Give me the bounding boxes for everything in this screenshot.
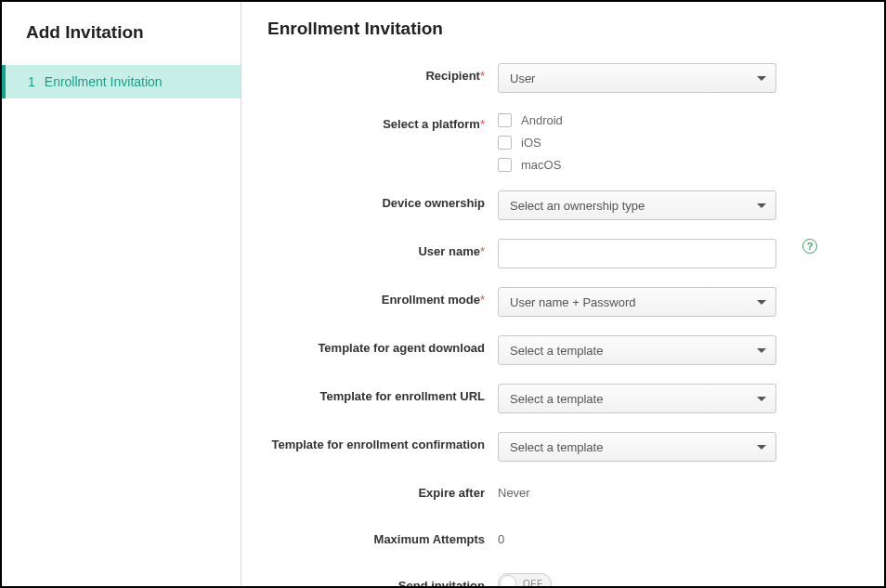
step-enrollment-invitation[interactable]: 1 Enrollment Invitation xyxy=(2,65,241,98)
window-frame: Add Invitation 1 Enrollment Invitation E… xyxy=(0,0,886,588)
row-expire: Expire after Never xyxy=(267,480,858,508)
checkbox-label: Android xyxy=(521,113,563,127)
toggle-state: OFF xyxy=(523,579,543,587)
row-send-invitation: Send invitation OFF xyxy=(267,573,858,586)
chevron-down-icon xyxy=(757,300,766,305)
tmpl-url-value: Select a template xyxy=(510,392,603,406)
ownership-dropdown[interactable]: Select an ownership type xyxy=(498,190,776,220)
help-icon[interactable]: ? xyxy=(802,239,817,254)
platform-checkbox-group: Android iOS macOS xyxy=(498,111,563,172)
toggle-knob-icon xyxy=(500,575,516,586)
tmpl-agent-value: Select a template xyxy=(510,344,603,358)
tmpl-agent-dropdown[interactable]: Select a template xyxy=(498,335,776,365)
sidebar-title: Add Invitation xyxy=(2,17,241,65)
checkbox-label: iOS xyxy=(521,136,541,150)
label-tmpl-agent: Template for agent download xyxy=(267,335,498,355)
label-username: User name* xyxy=(267,239,498,258)
step-number: 1 xyxy=(28,74,35,89)
label-send-invitation: Send invitation xyxy=(267,573,498,586)
chevron-down-icon xyxy=(757,348,766,353)
row-recipient: Recipient* User xyxy=(267,63,858,93)
checkbox-macos[interactable]: macOS xyxy=(498,158,563,172)
checkbox-label: macOS xyxy=(521,158,561,172)
chevron-down-icon xyxy=(757,203,766,208)
row-platform: Select a platform* Android iOS macOS xyxy=(267,111,858,172)
sidebar: Add Invitation 1 Enrollment Invitation xyxy=(2,2,241,586)
expire-value: Never xyxy=(498,480,530,500)
row-tmpl-confirm: Template for enrollment confirmation Sel… xyxy=(267,432,858,462)
checkbox-box-icon xyxy=(498,158,512,172)
checkbox-box-icon xyxy=(498,136,512,150)
label-tmpl-url: Template for enrollment URL xyxy=(267,384,498,403)
tmpl-confirm-value: Select a template xyxy=(510,440,603,454)
enrollmode-value: User name + Password xyxy=(510,295,635,309)
label-expire: Expire after xyxy=(267,480,498,500)
checkbox-android[interactable]: Android xyxy=(498,113,563,127)
row-max-attempts: Maximum Attempts 0 xyxy=(267,527,858,555)
label-ownership: Device ownership xyxy=(267,190,498,210)
chevron-down-icon xyxy=(757,76,766,81)
recipient-value: User xyxy=(510,72,535,85)
row-ownership: Device ownership Select an ownership typ… xyxy=(267,190,858,220)
label-enrollmode: Enrollment mode* xyxy=(267,287,498,307)
tmpl-confirm-dropdown[interactable]: Select a template xyxy=(498,432,776,462)
label-max-attempts: Maximum Attempts xyxy=(267,527,498,546)
label-platform: Select a platform* xyxy=(267,111,498,131)
tmpl-url-dropdown[interactable]: Select a template xyxy=(498,384,776,413)
checkbox-box-icon xyxy=(498,113,512,127)
username-input[interactable] xyxy=(498,239,776,268)
ownership-value: Select an ownership type xyxy=(510,199,645,213)
step-label: Enrollment Invitation xyxy=(45,74,163,89)
chevron-down-icon xyxy=(757,445,766,450)
max-attempts-value: 0 xyxy=(498,527,504,546)
send-invitation-toggle[interactable]: OFF xyxy=(498,573,552,586)
row-username: User name* ? xyxy=(267,239,858,268)
label-recipient: Recipient* xyxy=(267,63,498,83)
row-tmpl-url: Template for enrollment URL Select a tem… xyxy=(267,384,858,413)
row-tmpl-agent: Template for agent download Select a tem… xyxy=(267,335,858,365)
enrollmode-dropdown[interactable]: User name + Password xyxy=(498,287,776,317)
recipient-dropdown[interactable]: User xyxy=(498,63,776,93)
checkbox-ios[interactable]: iOS xyxy=(498,136,563,150)
row-enrollmode: Enrollment mode* User name + Password xyxy=(267,287,858,317)
page-title: Enrollment Invitation xyxy=(267,19,858,39)
chevron-down-icon xyxy=(757,397,766,401)
label-tmpl-confirm: Template for enrollment confirmation xyxy=(267,432,498,451)
main-panel: Enrollment Invitation Recipient* User Se… xyxy=(241,2,884,586)
